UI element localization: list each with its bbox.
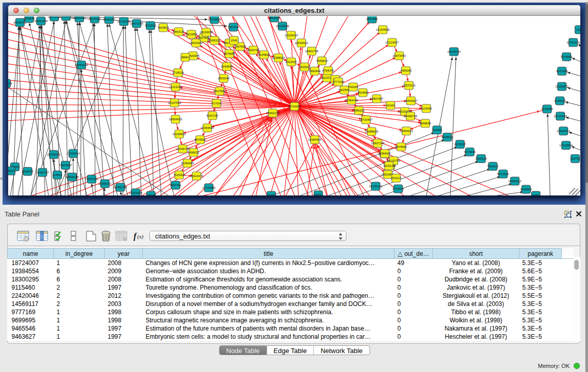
svg-text:6990444: 6990444 [309,70,321,73]
svg-text:186061: 186061 [313,193,323,195]
svg-text:9699695: 9699695 [420,122,431,125]
svg-text:10719185: 10719185 [117,20,130,23]
svg-text:9242843: 9242843 [221,65,233,68]
svg-text:2069140: 2069140 [24,17,35,20]
svg-text:3875685: 3875685 [224,52,235,55]
svg-text:252214: 252214 [391,177,401,180]
svg-text:20206576: 20206576 [47,153,60,156]
svg-text:17957253: 17957253 [85,178,98,181]
svg-text:10973493: 10973493 [393,54,406,57]
svg-text:8912954: 8912954 [186,33,198,36]
svg-text:19654933: 19654933 [169,118,182,121]
svg-text:9245652: 9245652 [520,188,532,191]
svg-text:2526619: 2526619 [8,82,12,85]
svg-text:12213967: 12213967 [385,41,399,44]
svg-text:7663822: 7663822 [158,26,169,29]
svg-text:73975867: 73975867 [59,164,72,167]
svg-text:10046738: 10046738 [176,147,189,150]
svg-text:62160: 62160 [386,104,395,107]
svg-text:39151: 39151 [8,169,15,172]
svg-text:19166822: 19166822 [172,133,186,136]
svg-text:98961: 98961 [181,56,189,59]
svg-text:2718129: 2718129 [172,71,184,74]
svg-text:17359924: 17359924 [67,152,80,155]
svg-text:12975115: 12975115 [402,84,415,87]
svg-text:8938923: 8938923 [442,136,453,139]
svg-text:6479197: 6479197 [454,143,466,146]
svg-text:10688609: 10688609 [365,130,378,133]
svg-text:10807487: 10807487 [370,97,383,100]
svg-text:16154838: 16154838 [376,28,389,31]
svg-text:16033809: 16033809 [208,18,221,21]
svg-text:15388520: 15388520 [272,56,285,59]
svg-text:5498222: 5498222 [188,151,200,154]
svg-text:8454749: 8454749 [248,49,259,52]
svg-text:8186323: 8186323 [209,39,221,42]
svg-text:8267130: 8267130 [207,114,219,117]
svg-text:17016504: 17016504 [559,144,573,147]
svg-text:12923448: 12923448 [129,191,142,194]
svg-text:1615132: 1615132 [383,164,395,167]
svg-text:8660124: 8660124 [173,30,185,33]
svg-text:164095: 164095 [432,128,442,132]
svg-text:12093872: 12093872 [555,85,569,88]
svg-text:2803144: 2803144 [218,77,230,80]
svg-text:12942757: 12942757 [36,171,49,174]
svg-text:16495758: 16495758 [404,115,417,118]
svg-text:9450: 9450 [533,194,539,195]
svg-text:(x): (x) [137,233,144,240]
svg-text:9146821: 9146821 [258,53,270,56]
svg-text:8813054: 8813054 [269,16,280,19]
svg-text:9115460: 9115460 [421,107,432,110]
svg-text:19671355: 19671355 [130,22,143,25]
svg-text:116753: 116753 [571,157,580,160]
svg-text:905185: 905185 [146,194,156,195]
svg-text:10553267: 10553267 [59,16,73,18]
svg-text:8878352: 8878352 [194,138,206,141]
svg-text:1733426: 1733426 [393,187,404,190]
svg-text:7357274: 7357274 [228,26,239,29]
svg-text:12505185: 12505185 [66,176,79,179]
svg-text:7955812: 7955812 [316,59,328,62]
svg-text:16553267: 16553267 [73,16,86,19]
svg-text:15751074: 15751074 [567,41,580,44]
svg-text:317004: 317004 [211,102,222,105]
svg-text:12353594: 12353594 [201,126,214,129]
svg-text:3215958: 3215958 [541,107,553,111]
svg-text:16463627: 16463627 [404,99,418,102]
svg-text:7886322: 7886322 [353,109,365,112]
svg-text:3824554: 3824554 [357,91,369,94]
svg-text:10654112: 10654112 [508,180,521,183]
svg-text:11958107: 11958107 [98,182,111,185]
svg-text:20364436: 20364436 [345,99,358,102]
svg-text:9657791: 9657791 [170,184,182,187]
svg-text:9474444: 9474444 [464,150,476,154]
svg-text:9227349: 9227349 [556,70,568,73]
svg-text:9575692: 9575692 [396,145,407,148]
svg-text:16099489: 16099489 [181,162,194,165]
svg-text:19654923: 19654923 [400,129,413,133]
svg-text:f: f [134,232,137,241]
svg-text:8427552: 8427552 [214,90,226,93]
svg-text:7485063: 7485063 [400,69,412,72]
svg-text:10107553: 10107553 [168,101,181,104]
svg-text:16543362: 16543362 [189,41,203,45]
svg-text:1244415: 1244415 [554,99,566,102]
svg-text:1112: 1112 [576,28,580,31]
svg-text:92450: 92450 [267,194,275,195]
svg-text:1546: 1546 [231,39,237,42]
svg-text:16961758: 16961758 [305,50,318,53]
svg-text:7932621: 7932621 [487,165,499,168]
svg-text:114519: 114519 [53,173,62,177]
svg-text:1362615: 1362615 [299,65,311,69]
svg-text:19384554: 19384554 [308,138,322,141]
svg-text:9329966: 9329966 [561,55,573,58]
svg-text:7625402: 7625402 [173,173,185,177]
svg-text:16914479: 16914479 [190,174,203,178]
svg-text:16210643: 16210643 [554,115,567,118]
svg-text:13716485: 13716485 [202,186,215,189]
svg-text:15136141: 15136141 [369,185,382,188]
svg-text:1156829: 1156829 [22,170,33,173]
svg-text:8322037: 8322037 [286,60,297,63]
svg-text:6466160: 6466160 [103,18,115,21]
